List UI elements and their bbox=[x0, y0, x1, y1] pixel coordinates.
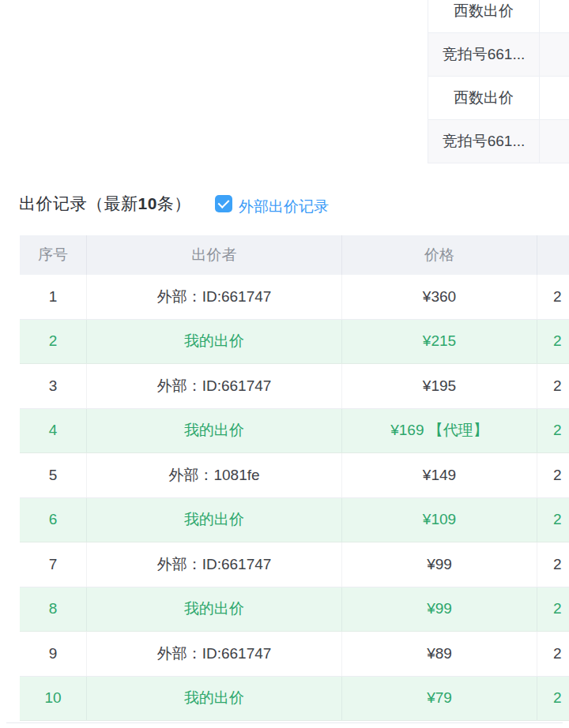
cell-bidder: 外部：1081fe bbox=[87, 453, 342, 497]
table-row: 5 外部：1081fe ¥149 2 bbox=[20, 453, 569, 498]
info-label-cell: 竞拍号661... bbox=[428, 120, 540, 163]
cell-time-partial: 2 bbox=[537, 320, 569, 364]
auction-info-table: 西数出价 竞拍号661... 西数出价 竞拍号661... bbox=[428, 0, 569, 163]
cell-index: 4 bbox=[20, 409, 87, 453]
info-row: 竞拍号661... bbox=[428, 33, 569, 77]
bid-history-title-prefix: 出价记录（最新 bbox=[19, 194, 138, 212]
cell-price: ¥99 bbox=[342, 542, 537, 587]
external-bids-checkbox-label[interactable]: 外部出价记录 bbox=[239, 197, 329, 217]
cell-bidder: 外部：ID:661747 bbox=[87, 275, 342, 319]
header-bidder: 出价者 bbox=[87, 235, 342, 275]
cell-bidder: 我的出价 bbox=[87, 498, 342, 542]
cell-price: ¥215 bbox=[342, 320, 537, 364]
info-value-cell bbox=[540, 120, 569, 163]
cell-index: 10 bbox=[20, 677, 87, 721]
table-row: 6 我的出价 ¥109 2 bbox=[20, 498, 569, 543]
cell-time-partial: 2 bbox=[537, 677, 569, 721]
external-bids-checkbox[interactable] bbox=[215, 195, 232, 212]
cell-index: 7 bbox=[20, 542, 87, 587]
header-price: 价格 bbox=[342, 235, 537, 275]
cell-price: ¥195 bbox=[342, 364, 537, 408]
bid-table-body: 1 外部：ID:661747 ¥360 2 2 我的出价 ¥215 2 3 外部… bbox=[20, 275, 569, 721]
cell-price: ¥149 bbox=[342, 453, 537, 497]
bid-table-header: 序号 出价者 价格 bbox=[20, 235, 569, 275]
cell-index: 6 bbox=[20, 498, 87, 542]
cell-bidder: 我的出价 bbox=[87, 320, 342, 364]
cell-price: ¥99 bbox=[342, 587, 537, 632]
info-value-cell bbox=[540, 0, 569, 32]
cell-bidder: 外部：ID:661747 bbox=[87, 364, 342, 408]
cell-index: 9 bbox=[20, 632, 87, 676]
info-value-cell bbox=[540, 77, 569, 119]
info-row: 西数出价 bbox=[428, 0, 569, 33]
cell-price: ¥169 【代理】 bbox=[342, 409, 537, 453]
cell-time-partial: 2 bbox=[537, 587, 569, 632]
cell-price: ¥360 bbox=[342, 275, 537, 319]
bid-history-title-suffix: 条） bbox=[157, 194, 191, 212]
bid-history-count: 10 bbox=[138, 194, 157, 212]
cell-time-partial: 2 bbox=[537, 542, 569, 587]
cell-index: 8 bbox=[20, 587, 87, 632]
cell-bidder: 我的出价 bbox=[87, 677, 342, 721]
table-row: 10 我的出价 ¥79 2 bbox=[20, 677, 569, 722]
table-row: 8 我的出价 ¥99 2 bbox=[20, 587, 569, 632]
info-label-cell: 竞拍号661... bbox=[428, 33, 540, 76]
header-time bbox=[537, 235, 569, 275]
info-row: 西数出价 bbox=[428, 77, 569, 120]
table-row: 2 我的出价 ¥215 2 bbox=[20, 320, 569, 365]
cell-price: ¥109 bbox=[342, 498, 537, 542]
info-row: 竞拍号661... bbox=[428, 120, 569, 163]
bid-history-title: 出价记录（最新10条） bbox=[19, 193, 191, 215]
cell-bidder: 外部：ID:661747 bbox=[87, 542, 342, 587]
cell-time-partial: 2 bbox=[537, 275, 569, 319]
cell-time-partial: 2 bbox=[537, 409, 569, 453]
cell-price: ¥79 bbox=[342, 677, 537, 721]
cell-bidder: 我的出价 bbox=[87, 587, 342, 632]
cell-price: ¥89 bbox=[342, 632, 537, 676]
cell-time-partial: 2 bbox=[537, 453, 569, 497]
info-value-cell bbox=[540, 33, 569, 76]
table-row: 3 外部：ID:661747 ¥195 2 bbox=[20, 364, 569, 409]
table-row: 7 外部：ID:661747 ¥99 2 bbox=[20, 542, 569, 587]
cell-index: 2 bbox=[20, 320, 87, 364]
table-row: 4 我的出价 ¥169 【代理】 2 bbox=[20, 409, 569, 454]
cell-index: 5 bbox=[20, 453, 87, 497]
cell-index: 1 bbox=[20, 275, 87, 319]
info-label-cell: 西数出价 bbox=[428, 0, 540, 32]
cell-bidder: 我的出价 bbox=[87, 409, 342, 453]
bid-history-table: 序号 出价者 价格 1 外部：ID:661747 ¥360 2 2 我的出价 ¥… bbox=[20, 235, 569, 721]
cell-time-partial: 2 bbox=[537, 632, 569, 676]
section-divider bbox=[6, 722, 563, 723]
cell-time-partial: 2 bbox=[537, 364, 569, 408]
info-label-cell: 西数出价 bbox=[428, 77, 540, 119]
cell-index: 3 bbox=[20, 364, 87, 408]
header-index: 序号 bbox=[20, 235, 87, 275]
cell-bidder: 外部：ID:661747 bbox=[87, 632, 342, 676]
table-row: 1 外部：ID:661747 ¥360 2 bbox=[20, 275, 569, 320]
table-row: 9 外部：ID:661747 ¥89 2 bbox=[20, 632, 569, 677]
cell-time-partial: 2 bbox=[537, 498, 569, 542]
